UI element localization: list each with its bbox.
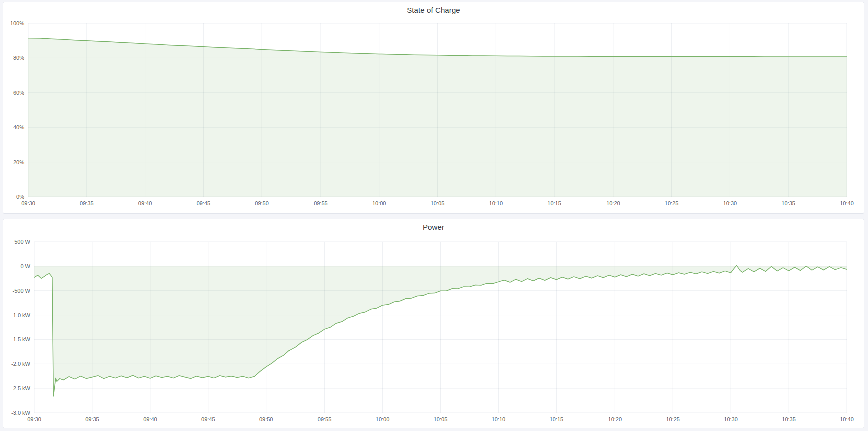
y-tick-label: 80% [13, 55, 24, 61]
x-tick-label: 09:55 [318, 416, 332, 422]
y-tick-label: -1.5 kW [11, 336, 31, 342]
panel-title-state-of-charge: State of Charge [3, 2, 864, 17]
x-tick-label: 09:40 [138, 200, 152, 206]
chart-canvas[interactable]: 09:3009:3509:4009:4509:5009:5510:0010:05… [3, 234, 864, 428]
x-tick-label: 10:15 [550, 416, 564, 422]
y-tick-label: -2.5 kW [11, 385, 31, 391]
x-tick-label: 10:10 [489, 200, 503, 206]
x-tick-label: 09:45 [197, 200, 211, 206]
x-tick-label: 10:25 [665, 200, 679, 206]
y-tick-label: 20% [13, 159, 24, 165]
y-tick-label: -2.0 kW [11, 361, 31, 367]
series-area [28, 39, 847, 197]
x-tick-label: 10:35 [781, 200, 795, 206]
x-tick-label: 09:30 [21, 200, 35, 206]
x-tick-label: 10:10 [492, 416, 506, 422]
panel-title-power: Power [3, 219, 864, 234]
y-tick-label: 0% [16, 194, 24, 200]
x-tick-label: 09:50 [259, 416, 273, 422]
y-tick-label: 0 W [20, 263, 30, 269]
x-tick-label: 10:30 [724, 416, 738, 422]
x-tick-label: 09:50 [255, 200, 269, 206]
x-tick-label: 09:45 [201, 416, 215, 422]
x-tick-label: 10:20 [608, 416, 622, 422]
y-tick-label: 60% [13, 90, 24, 96]
x-tick-label: 10:30 [723, 200, 737, 206]
x-tick-label: 09:55 [314, 200, 328, 206]
x-tick-label: 09:35 [80, 200, 94, 206]
x-tick-label: 09:35 [85, 416, 99, 422]
x-tick-label: 10:05 [434, 416, 448, 422]
x-tick-label: 10:40 [840, 416, 854, 422]
x-tick-label: 09:30 [27, 416, 41, 422]
chart-canvas[interactable]: 09:3009:3509:4009:4509:5009:5510:0010:05… [3, 17, 864, 213]
x-tick-label: 10:35 [782, 416, 796, 422]
x-tick-label: 10:00 [376, 416, 390, 422]
dashboard: State of Charge 09:3009:3509:4009:4509:5… [0, 0, 868, 431]
x-tick-label: 10:25 [666, 416, 680, 422]
y-tick-label: 500 W [14, 239, 30, 245]
x-tick-label: 10:00 [372, 200, 386, 206]
x-tick-label: 09:40 [143, 416, 157, 422]
y-tick-label: -1.0 kW [11, 312, 31, 318]
y-tick-label: -500 W [13, 288, 31, 294]
y-tick-label: -3.0 kW [11, 410, 31, 416]
panel-power: Power 09:3009:3509:4009:4509:5009:5510:0… [3, 219, 864, 428]
y-tick-label: 40% [13, 124, 24, 130]
x-tick-label: 10:05 [431, 200, 445, 206]
panel-state-of-charge: State of Charge 09:3009:3509:4009:4509:5… [3, 2, 864, 214]
chart-power[interactable]: 09:3009:3509:4009:4509:5009:5510:0010:05… [3, 234, 864, 428]
x-tick-label: 10:15 [547, 200, 561, 206]
x-tick-label: 10:40 [840, 200, 854, 206]
x-tick-label: 10:20 [606, 200, 620, 206]
y-tick-label: 100% [10, 20, 24, 26]
chart-state-of-charge[interactable]: 09:3009:3509:4009:4509:5009:5510:0010:05… [3, 17, 864, 213]
